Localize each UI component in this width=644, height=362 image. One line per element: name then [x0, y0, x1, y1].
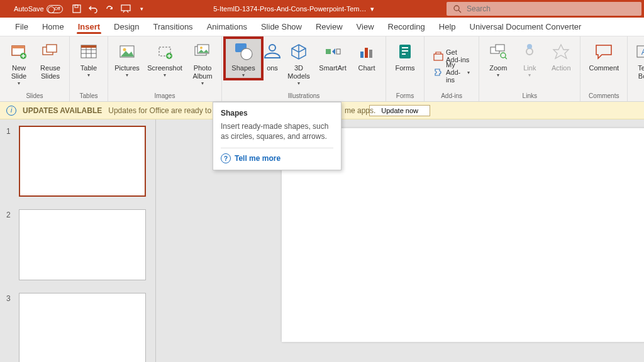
icons-button-partial[interactable]: ons — [262, 39, 282, 72]
document-title: 5-ItemID-1374-Pros-And-Cons-Powerpoint-T… — [147, 5, 447, 13]
svg-point-33 — [501, 53, 506, 58]
forms-button[interactable]: Forms — [390, 39, 420, 72]
autosave-toggle[interactable]: AutoSave Off — [14, 5, 63, 13]
tab-recording[interactable]: Recording — [382, 18, 431, 35]
new-slide-icon — [8, 40, 30, 63]
action-icon — [550, 40, 572, 63]
tab-view[interactable]: View — [350, 18, 380, 35]
title-bar: AutoSave Off ▾ 5-ItemID-1374-Pros-And-Co… — [0, 0, 644, 18]
group-illustrations: Shapes▾ ons 3D Models▾ SmartArt Chart Il… — [222, 36, 386, 101]
group-tables: Table▾ Tables — [70, 36, 108, 101]
smartart-icon — [322, 40, 343, 63]
my-addins-button[interactable]: My Add-ins ▾ — [431, 66, 472, 79]
photo-album-button[interactable]: Photo Album▾ — [187, 39, 218, 86]
slide-thumbnail-2[interactable] — [19, 209, 146, 280]
svg-rect-29 — [402, 53, 406, 55]
shapes-tooltip: Shapes Insert ready-made shapes, such as… — [213, 102, 341, 170]
thumbnail-row[interactable]: 1 — [6, 126, 149, 197]
svg-rect-21 — [326, 49, 331, 54]
comment-button[interactable]: Comment — [584, 39, 623, 72]
svg-rect-10 — [81, 45, 96, 48]
tooltip-title: Shapes — [221, 109, 333, 118]
search-box[interactable] — [447, 2, 641, 16]
tab-udc[interactable]: Universal Document Converter — [464, 18, 588, 35]
cube-icon — [288, 40, 309, 63]
3d-models-button[interactable]: 3D Models▾ — [284, 39, 314, 86]
link-button[interactable]: Link▾ — [514, 39, 545, 78]
zoom-button[interactable]: Zoom▾ — [483, 39, 513, 78]
tab-help[interactable]: Help — [433, 18, 462, 35]
new-slide-button[interactable]: New Slide▾ — [4, 39, 34, 86]
slide-thumbnail-1[interactable] — [19, 126, 146, 197]
link-icon — [519, 40, 540, 63]
info-icon: i — [6, 106, 16, 116]
redo-icon[interactable] — [104, 4, 114, 14]
search-icon — [453, 4, 462, 13]
present-icon[interactable] — [121, 4, 131, 14]
comment-icon — [593, 40, 614, 63]
tooltip-body: Insert ready-made shapes, such as circle… — [221, 121, 333, 141]
updates-text: Updates for Office are ready to b — [108, 106, 218, 115]
shapes-icon — [233, 40, 254, 63]
group-forms: Forms Forms — [386, 36, 425, 101]
svg-rect-0 — [73, 5, 80, 13]
thumbnail-row[interactable]: 3 — [6, 293, 149, 362]
get-addins-button[interactable]: Get Add-ins — [431, 50, 472, 62]
tab-slideshow[interactable]: Slide Show — [255, 18, 308, 35]
thumbnail-row[interactable]: 2 — [6, 209, 149, 280]
screenshot-button[interactable]: Screenshot▾ — [143, 39, 186, 78]
text-box-button[interactable]: A Text Box — [631, 39, 644, 80]
chart-icon — [356, 40, 377, 63]
svg-point-17 — [200, 47, 203, 49]
smartart-button[interactable]: SmartArt — [315, 39, 350, 72]
svg-rect-23 — [360, 52, 364, 58]
update-now-button[interactable]: Update now — [369, 105, 430, 116]
search-input[interactable] — [467, 4, 635, 13]
shapes-button[interactable]: Shapes▾ — [226, 39, 261, 78]
group-comments: Comment Comments — [580, 36, 628, 101]
chart-button[interactable]: Chart — [352, 39, 382, 72]
store-icon — [433, 51, 443, 61]
puzzle-icon — [433, 67, 443, 77]
svg-rect-5 — [12, 46, 25, 48]
save-icon[interactable] — [72, 4, 82, 14]
svg-rect-32 — [496, 45, 504, 51]
quick-access-toolbar: ▾ — [72, 4, 147, 14]
help-icon: ? — [221, 153, 231, 163]
tab-transitions[interactable]: Transitions — [147, 18, 199, 35]
svg-point-19 — [241, 48, 252, 60]
group-slides: New Slide▾ Reuse Slides Slides — [0, 36, 70, 101]
forms-icon — [394, 40, 416, 63]
text-box-icon: A — [633, 40, 644, 63]
svg-rect-2 — [121, 5, 130, 11]
pictures-icon — [116, 40, 138, 63]
tell-me-more-link[interactable]: ? Tell me more — [221, 148, 333, 163]
table-button[interactable]: Table▾ — [74, 39, 104, 78]
svg-text:A: A — [641, 47, 644, 57]
tab-home[interactable]: Home — [36, 18, 70, 35]
tab-insert[interactable]: Insert — [72, 18, 106, 35]
updates-text-2: me apps. — [345, 106, 375, 115]
svg-rect-28 — [402, 50, 408, 52]
action-button[interactable]: Action — [546, 39, 576, 72]
undo-icon[interactable] — [88, 4, 98, 14]
slide-thumbnail-3[interactable] — [19, 293, 146, 362]
svg-point-3 — [454, 6, 459, 11]
tab-file[interactable]: File — [9, 18, 35, 35]
pictures-button[interactable]: Pictures▾ — [112, 39, 142, 78]
group-images: Pictures▾ Screenshot▾ Photo Album▾ Image… — [108, 36, 222, 101]
screenshot-icon — [154, 40, 175, 63]
group-addins: Get Add-ins My Add-ins ▾ Add-ins — [425, 36, 479, 101]
qat-dropdown-icon[interactable]: ▾ — [137, 4, 147, 14]
toggle-off-icon: Off — [47, 5, 63, 13]
group-links: Zoom▾ Link▾ Action Links — [479, 36, 580, 101]
svg-point-12 — [123, 48, 126, 52]
tab-animations[interactable]: Animations — [201, 18, 253, 35]
icons-icon — [262, 40, 283, 63]
svg-rect-8 — [47, 45, 57, 52]
reuse-slides-button[interactable]: Reuse Slides — [35, 39, 65, 80]
tab-review[interactable]: Review — [309, 18, 349, 35]
title-dropdown-icon[interactable]: ▾ — [370, 5, 374, 13]
tab-design[interactable]: Design — [108, 18, 145, 35]
svg-rect-22 — [336, 49, 340, 54]
